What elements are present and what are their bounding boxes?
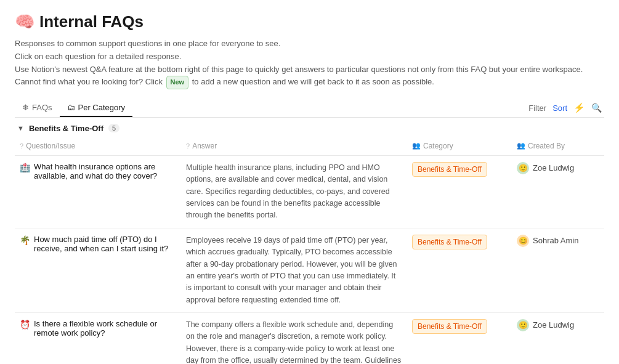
col-header-question-label: Question/Issue [26, 142, 75, 150]
answer-col-icon: ? [186, 142, 190, 150]
avatar-2: 😊 [517, 235, 529, 247]
filter-label[interactable]: Filter [528, 103, 546, 113]
cell-created-by-3: 🙂 Zoe Ludwig [512, 313, 604, 364]
tab-per-category[interactable]: 🗂 Per Category [60, 99, 133, 117]
created-by-col-icon: 👥 [517, 142, 525, 150]
category-badge-3: Benefits & Time-Off [412, 319, 487, 334]
toolbar-right: Filter Sort ⚡ 🔍 [528, 102, 604, 113]
table-row[interactable]: 🏥 What health insurance options are avai… [15, 156, 604, 229]
cell-question-3: ⏰ Is there a flexible work schedule or r… [15, 313, 181, 364]
faqs-tab-icon: ❄ [22, 103, 29, 112]
page-container: 🧠 Internal FAQs Responses to common supp… [0, 0, 619, 364]
tab-faqs[interactable]: ❄ FAQs [15, 99, 60, 117]
row1-emoji: 🏥 [20, 163, 30, 172]
group-chevron-icon[interactable]: ▼ [17, 124, 24, 132]
cell-answer-2: Employees receive 19 days of paid time o… [181, 229, 407, 312]
cell-question-1: 🏥 What health insurance options are avai… [15, 156, 181, 228]
cell-created-by-1: 🙂 Zoe Ludwig [512, 156, 604, 228]
col-header-category: 👥 Category [407, 139, 512, 153]
cell-answer-3: The company offers a flexible work sched… [181, 313, 407, 364]
created-by-3: 🙂 Zoe Ludwig [517, 319, 574, 331]
col-header-created-by-label: Created By [528, 142, 565, 150]
group-name: Benefits & Time-Off [29, 124, 103, 133]
question-col-icon: ? [20, 142, 23, 150]
created-by-2: 😊 Sohrab Amin [517, 235, 578, 247]
created-by-name-2: Sohrab Amin [533, 235, 578, 247]
cell-created-by-2: 😊 Sohrab Amin [512, 229, 604, 312]
table-row[interactable]: 🌴 How much paid time off (PTO) do I rece… [15, 229, 604, 313]
new-badge[interactable]: New [166, 76, 189, 89]
search-icon[interactable]: 🔍 [591, 103, 602, 113]
per-category-tab-icon: 🗂 [67, 103, 75, 112]
group-header: ▼ Benefits & Time-Off 5 [15, 118, 604, 137]
cell-category-2: Benefits & Time-Off [407, 229, 512, 312]
col-header-created-by: 👥 Created By [512, 139, 604, 153]
avatar-1: 🙂 [517, 162, 529, 174]
col-header-question: ? Question/Issue [15, 139, 181, 153]
avatar-3: 🙂 [517, 319, 529, 331]
sort-label[interactable]: Sort [552, 103, 567, 113]
category-col-icon: 👥 [412, 142, 421, 150]
page-title: Internal FAQs [39, 12, 144, 31]
table-row[interactable]: ⏰ Is there a flexible work schedule or r… [15, 313, 604, 364]
desc-line-2: Click on each question for a detailed re… [15, 51, 604, 63]
desc-line-1: Responses to common support questions in… [15, 38, 604, 51]
col-header-answer: ? Answer [181, 139, 407, 153]
cell-question-2: 🌴 How much paid time off (PTO) do I rece… [15, 229, 181, 312]
desc-line-3: Use Notion's newest Q&A feature at the b… [15, 63, 604, 76]
row3-question-text: Is there a flexible work schedule or rem… [34, 319, 176, 338]
lightning-icon[interactable]: ⚡ [573, 102, 585, 113]
category-badge-1: Benefits & Time-Off [412, 162, 487, 177]
cell-answer-1: Multiple health insurance plans, includi… [181, 156, 407, 228]
row2-question-text: How much paid time off (PTO) do I receiv… [34, 235, 176, 253]
title-emoji: 🧠 [15, 12, 34, 31]
page-description: Responses to common support questions in… [15, 38, 604, 89]
created-by-name-3: Zoe Ludwig [533, 319, 574, 331]
page-title-row: 🧠 Internal FAQs [15, 12, 604, 31]
created-by-name-1: Zoe Ludwig [533, 162, 574, 174]
row3-emoji: ⏰ [20, 320, 30, 330]
tabs-bar: ❄ FAQs 🗂 Per Category Filter Sort ⚡ 🔍 [15, 99, 604, 118]
col-header-answer-label: Answer [192, 142, 217, 150]
row2-emoji: 🌴 [20, 235, 30, 245]
group-count-badge: 5 [108, 124, 119, 132]
tab-faqs-label: FAQs [32, 103, 52, 112]
cell-category-3: Benefits & Time-Off [407, 313, 512, 364]
column-headers: ? Question/Issue ? Answer 👥 Category 👥 C… [15, 137, 604, 156]
table-container: ? Question/Issue ? Answer 👥 Category 👥 C… [15, 137, 604, 364]
created-by-1: 🙂 Zoe Ludwig [517, 162, 574, 174]
desc-line-4: Cannot find what you re looking for? Cli… [15, 76, 604, 89]
col-header-category-label: Category [423, 142, 453, 150]
cell-category-1: Benefits & Time-Off [407, 156, 512, 228]
category-badge-2: Benefits & Time-Off [412, 235, 487, 249]
tab-per-category-label: Per Category [78, 103, 126, 112]
row1-question-text: What health insurance options are availa… [34, 162, 176, 180]
